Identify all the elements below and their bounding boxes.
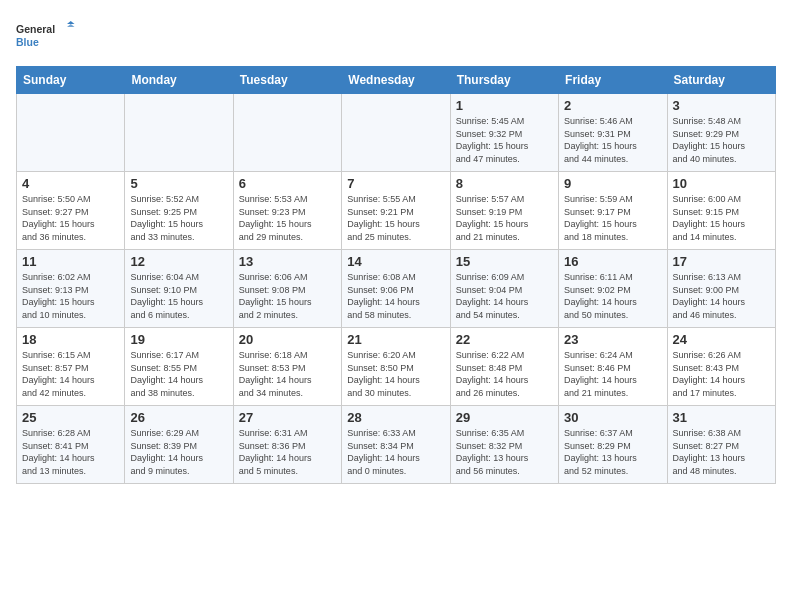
logo-svg: General Blue [16,16,76,56]
day-number: 15 [456,254,553,269]
calendar-cell: 28Sunrise: 6:33 AM Sunset: 8:34 PM Dayli… [342,406,450,484]
calendar-cell [233,94,341,172]
day-number: 11 [22,254,119,269]
calendar-cell [125,94,233,172]
day-number: 8 [456,176,553,191]
calendar-cell: 3Sunrise: 5:48 AM Sunset: 9:29 PM Daylig… [667,94,775,172]
day-number: 23 [564,332,661,347]
day-number: 1 [456,98,553,113]
day-info: Sunrise: 5:55 AM Sunset: 9:21 PM Dayligh… [347,193,444,243]
day-number: 27 [239,410,336,425]
calendar-cell: 16Sunrise: 6:11 AM Sunset: 9:02 PM Dayli… [559,250,667,328]
day-number: 13 [239,254,336,269]
day-number: 22 [456,332,553,347]
header-cell-saturday: Saturday [667,67,775,94]
calendar-cell: 25Sunrise: 6:28 AM Sunset: 8:41 PM Dayli… [17,406,125,484]
day-info: Sunrise: 6:20 AM Sunset: 8:50 PM Dayligh… [347,349,444,399]
day-info: Sunrise: 6:24 AM Sunset: 8:46 PM Dayligh… [564,349,661,399]
calendar-cell: 13Sunrise: 6:06 AM Sunset: 9:08 PM Dayli… [233,250,341,328]
page-header: General Blue [16,16,776,56]
day-info: Sunrise: 5:53 AM Sunset: 9:23 PM Dayligh… [239,193,336,243]
calendar-cell: 30Sunrise: 6:37 AM Sunset: 8:29 PM Dayli… [559,406,667,484]
day-number: 19 [130,332,227,347]
day-number: 16 [564,254,661,269]
calendar-cell: 21Sunrise: 6:20 AM Sunset: 8:50 PM Dayli… [342,328,450,406]
calendar-cell: 14Sunrise: 6:08 AM Sunset: 9:06 PM Dayli… [342,250,450,328]
day-info: Sunrise: 6:33 AM Sunset: 8:34 PM Dayligh… [347,427,444,477]
day-number: 7 [347,176,444,191]
calendar-body: 1Sunrise: 5:45 AM Sunset: 9:32 PM Daylig… [17,94,776,484]
calendar-cell: 15Sunrise: 6:09 AM Sunset: 9:04 PM Dayli… [450,250,558,328]
calendar-cell: 8Sunrise: 5:57 AM Sunset: 9:19 PM Daylig… [450,172,558,250]
day-number: 10 [673,176,770,191]
day-info: Sunrise: 6:13 AM Sunset: 9:00 PM Dayligh… [673,271,770,321]
day-info: Sunrise: 5:50 AM Sunset: 9:27 PM Dayligh… [22,193,119,243]
svg-marker-2 [67,21,75,24]
header-cell-tuesday: Tuesday [233,67,341,94]
header-cell-wednesday: Wednesday [342,67,450,94]
calendar-cell: 9Sunrise: 5:59 AM Sunset: 9:17 PM Daylig… [559,172,667,250]
day-number: 26 [130,410,227,425]
calendar-cell: 4Sunrise: 5:50 AM Sunset: 9:27 PM Daylig… [17,172,125,250]
calendar-cell: 6Sunrise: 5:53 AM Sunset: 9:23 PM Daylig… [233,172,341,250]
calendar-cell: 27Sunrise: 6:31 AM Sunset: 8:36 PM Dayli… [233,406,341,484]
calendar-cell: 11Sunrise: 6:02 AM Sunset: 9:13 PM Dayli… [17,250,125,328]
calendar-cell: 19Sunrise: 6:17 AM Sunset: 8:55 PM Dayli… [125,328,233,406]
day-number: 14 [347,254,444,269]
calendar-cell: 22Sunrise: 6:22 AM Sunset: 8:48 PM Dayli… [450,328,558,406]
day-info: Sunrise: 6:08 AM Sunset: 9:06 PM Dayligh… [347,271,444,321]
day-number: 18 [22,332,119,347]
calendar-cell: 18Sunrise: 6:15 AM Sunset: 8:57 PM Dayli… [17,328,125,406]
day-info: Sunrise: 6:29 AM Sunset: 8:39 PM Dayligh… [130,427,227,477]
calendar-header: SundayMondayTuesdayWednesdayThursdayFrid… [17,67,776,94]
calendar-table: SundayMondayTuesdayWednesdayThursdayFrid… [16,66,776,484]
day-number: 5 [130,176,227,191]
day-info: Sunrise: 6:38 AM Sunset: 8:27 PM Dayligh… [673,427,770,477]
day-number: 29 [456,410,553,425]
day-info: Sunrise: 6:11 AM Sunset: 9:02 PM Dayligh… [564,271,661,321]
header-cell-thursday: Thursday [450,67,558,94]
calendar-cell: 29Sunrise: 6:35 AM Sunset: 8:32 PM Dayli… [450,406,558,484]
day-info: Sunrise: 5:52 AM Sunset: 9:25 PM Dayligh… [130,193,227,243]
day-number: 4 [22,176,119,191]
calendar-cell: 10Sunrise: 6:00 AM Sunset: 9:15 PM Dayli… [667,172,775,250]
day-info: Sunrise: 6:02 AM Sunset: 9:13 PM Dayligh… [22,271,119,321]
calendar-cell: 26Sunrise: 6:29 AM Sunset: 8:39 PM Dayli… [125,406,233,484]
day-info: Sunrise: 6:17 AM Sunset: 8:55 PM Dayligh… [130,349,227,399]
header-cell-friday: Friday [559,67,667,94]
day-info: Sunrise: 6:04 AM Sunset: 9:10 PM Dayligh… [130,271,227,321]
day-info: Sunrise: 6:00 AM Sunset: 9:15 PM Dayligh… [673,193,770,243]
day-number: 31 [673,410,770,425]
day-info: Sunrise: 6:35 AM Sunset: 8:32 PM Dayligh… [456,427,553,477]
day-info: Sunrise: 6:37 AM Sunset: 8:29 PM Dayligh… [564,427,661,477]
day-number: 3 [673,98,770,113]
day-info: Sunrise: 5:57 AM Sunset: 9:19 PM Dayligh… [456,193,553,243]
header-row: SundayMondayTuesdayWednesdayThursdayFrid… [17,67,776,94]
day-number: 24 [673,332,770,347]
calendar-cell: 5Sunrise: 5:52 AM Sunset: 9:25 PM Daylig… [125,172,233,250]
day-number: 6 [239,176,336,191]
day-info: Sunrise: 5:48 AM Sunset: 9:29 PM Dayligh… [673,115,770,165]
day-info: Sunrise: 6:26 AM Sunset: 8:43 PM Dayligh… [673,349,770,399]
day-number: 20 [239,332,336,347]
day-number: 25 [22,410,119,425]
day-info: Sunrise: 6:09 AM Sunset: 9:04 PM Dayligh… [456,271,553,321]
calendar-cell: 7Sunrise: 5:55 AM Sunset: 9:21 PM Daylig… [342,172,450,250]
calendar-cell: 1Sunrise: 5:45 AM Sunset: 9:32 PM Daylig… [450,94,558,172]
day-info: Sunrise: 5:46 AM Sunset: 9:31 PM Dayligh… [564,115,661,165]
day-number: 12 [130,254,227,269]
day-info: Sunrise: 5:59 AM Sunset: 9:17 PM Dayligh… [564,193,661,243]
calendar-cell: 17Sunrise: 6:13 AM Sunset: 9:00 PM Dayli… [667,250,775,328]
calendar-week-1: 1Sunrise: 5:45 AM Sunset: 9:32 PM Daylig… [17,94,776,172]
header-cell-monday: Monday [125,67,233,94]
svg-text:Blue: Blue [16,36,39,48]
day-info: Sunrise: 6:06 AM Sunset: 9:08 PM Dayligh… [239,271,336,321]
day-number: 9 [564,176,661,191]
day-info: Sunrise: 6:22 AM Sunset: 8:48 PM Dayligh… [456,349,553,399]
day-info: Sunrise: 6:15 AM Sunset: 8:57 PM Dayligh… [22,349,119,399]
day-number: 21 [347,332,444,347]
calendar-cell: 31Sunrise: 6:38 AM Sunset: 8:27 PM Dayli… [667,406,775,484]
calendar-cell: 23Sunrise: 6:24 AM Sunset: 8:46 PM Dayli… [559,328,667,406]
day-number: 2 [564,98,661,113]
calendar-week-5: 25Sunrise: 6:28 AM Sunset: 8:41 PM Dayli… [17,406,776,484]
